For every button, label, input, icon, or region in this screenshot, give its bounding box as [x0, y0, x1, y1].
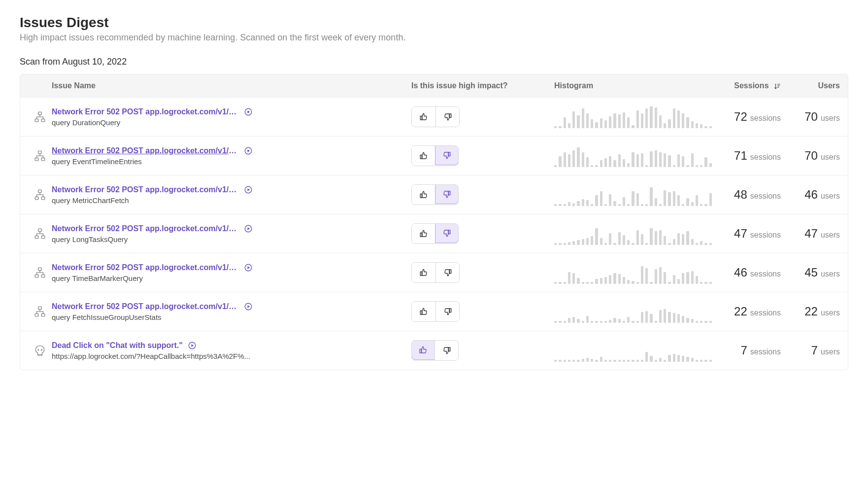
histogram [554, 222, 712, 245]
issue-subtitle: query FetchIssueGroupUserStats [52, 313, 259, 321]
col-header-sessions[interactable]: Sessions [712, 81, 781, 90]
sessions-metric: 22sessions [712, 305, 781, 318]
sessions-metric: 72sessions [712, 110, 781, 124]
issue-link[interactable]: Dead Click on "Chat with support." [52, 341, 183, 350]
issue-link[interactable]: Network Error 502 POST app.logrocket.com… [52, 185, 239, 194]
issue-subtitle: query TimeBarMarkerQuery [52, 274, 259, 282]
col-header-users[interactable]: Users [781, 81, 840, 90]
users-metric: 7users [781, 344, 840, 357]
sort-desc-icon [774, 83, 781, 90]
issue-link[interactable]: Network Error 502 POST app.logrocket.com… [52, 146, 239, 155]
users-metric: 46users [781, 188, 840, 202]
sessions-metric: 71sessions [712, 149, 781, 163]
issue-link[interactable]: Network Error 502 POST app.logrocket.com… [52, 263, 239, 272]
histogram [554, 105, 712, 128]
impact-vote-group [411, 145, 459, 166]
users-metric: 70users [781, 110, 840, 124]
thumbs-down-button[interactable] [435, 302, 459, 321]
thumbs-up-button[interactable] [412, 224, 435, 243]
issue-subtitle: query EventTimelineEntries [52, 157, 259, 166]
thumbs-down-button[interactable] [435, 263, 459, 282]
page-subtitle: High impact issues recommended by machin… [20, 33, 848, 43]
users-metric: 47users [781, 227, 840, 241]
col-header-name[interactable]: Issue Name [52, 81, 411, 90]
thumbs-up-button[interactable] [412, 263, 435, 282]
histogram [554, 261, 712, 284]
impact-vote-group [411, 340, 459, 361]
table-row: Network Error 502 POST app.logrocket.com… [20, 97, 848, 136]
impact-vote-group [411, 262, 460, 283]
thumbs-up-button[interactable] [412, 302, 435, 321]
scan-date: Scan from August 10, 2022 [20, 57, 848, 67]
network-icon [28, 149, 52, 162]
network-icon [28, 188, 52, 201]
network-icon [28, 110, 52, 123]
table-row: Dead Click on "Chat with support."https:… [20, 331, 848, 370]
thumbs-down-button[interactable] [435, 107, 459, 127]
page-title: Issues Digest [20, 15, 848, 31]
play-icon[interactable] [244, 302, 253, 311]
histogram [554, 300, 712, 323]
skull-icon [28, 344, 52, 357]
play-icon[interactable] [244, 146, 253, 155]
col-header-histogram: Histogram [554, 81, 712, 90]
issue-link[interactable]: Network Error 502 POST app.logrocket.com… [52, 107, 239, 116]
network-icon [28, 305, 52, 318]
issue-subtitle: query MetricChartFetch [52, 196, 259, 205]
table-row: Network Error 502 POST app.logrocket.com… [20, 175, 848, 214]
users-metric: 22users [781, 305, 840, 318]
impact-vote-group [411, 223, 459, 244]
impact-vote-group [411, 106, 460, 127]
issue-subtitle: query DurationQuery [52, 118, 259, 127]
thumbs-down-button[interactable] [435, 223, 459, 243]
play-icon[interactable] [188, 341, 197, 350]
sessions-metric: 48sessions [712, 188, 781, 202]
table-header: Issue Name Is this issue high impact? Hi… [20, 74, 848, 97]
histogram [554, 144, 712, 167]
users-metric: 70users [781, 149, 840, 163]
col-header-impact: Is this issue high impact? [411, 81, 554, 90]
thumbs-down-button[interactable] [434, 341, 458, 360]
play-icon[interactable] [244, 224, 253, 233]
network-icon [28, 227, 52, 240]
thumbs-up-button[interactable] [412, 146, 435, 166]
play-icon[interactable] [244, 107, 253, 116]
issues-table: Issue Name Is this issue high impact? Hi… [20, 74, 848, 370]
thumbs-up-button[interactable] [412, 107, 435, 127]
table-row: Network Error 502 POST app.logrocket.com… [20, 214, 848, 253]
users-metric: 45users [781, 266, 840, 279]
thumbs-down-button[interactable] [435, 184, 459, 204]
sessions-metric: 7sessions [712, 344, 781, 357]
histogram [554, 183, 712, 206]
thumbs-up-button[interactable] [411, 340, 435, 360]
impact-vote-group [411, 301, 460, 322]
network-icon [28, 266, 52, 279]
play-icon[interactable] [244, 263, 253, 272]
table-row: Network Error 502 POST app.logrocket.com… [20, 253, 848, 292]
issue-link[interactable]: Network Error 502 POST app.logrocket.com… [52, 224, 239, 233]
histogram [554, 339, 712, 362]
thumbs-up-button[interactable] [412, 185, 435, 205]
impact-vote-group [411, 184, 459, 205]
play-icon[interactable] [244, 185, 253, 194]
sessions-metric: 46sessions [712, 266, 781, 279]
issue-subtitle: query LongTasksQuery [52, 235, 259, 243]
thumbs-down-button[interactable] [435, 145, 459, 165]
issue-subtitle: https://app.logrocket.com/?HeapCallback=… [52, 352, 259, 360]
sessions-metric: 47sessions [712, 227, 781, 241]
table-row: Network Error 502 POST app.logrocket.com… [20, 292, 848, 331]
table-row: Network Error 502 POST app.logrocket.com… [20, 136, 848, 175]
issue-link[interactable]: Network Error 502 POST app.logrocket.com… [52, 302, 239, 311]
